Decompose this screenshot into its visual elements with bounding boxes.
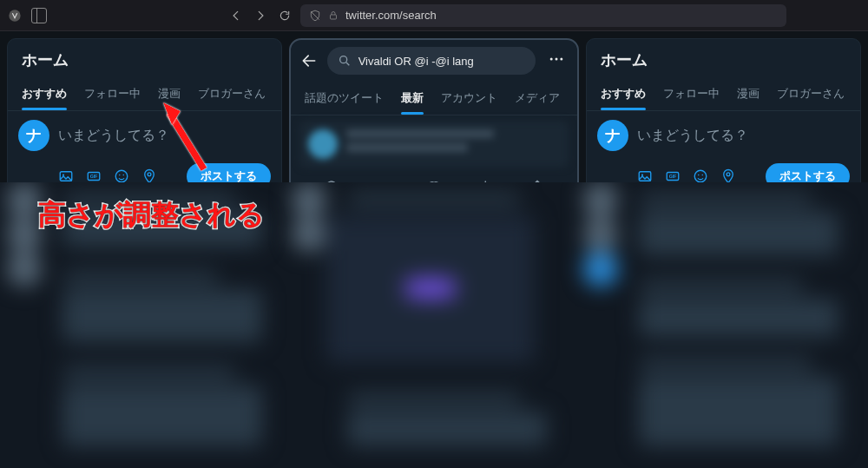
compose-box[interactable]: ナ いまどうしてる？ (587, 111, 860, 160)
home-panel-left: ホーム おすすめ フォロー中 漫画 ブロガーさん ナ いまどうしてる？ GIF … (7, 38, 282, 207)
compose-placeholder: いまどうしてる？ (58, 127, 169, 145)
tab-bloggers[interactable]: ブロガーさん (189, 77, 274, 110)
search-panel: Vivaldi OR @i -@i lang 話題のツイート 最新 アカウント … (289, 38, 580, 207)
address-bar[interactable]: twitter.com/search (300, 4, 786, 27)
tweet-result[interactable] (299, 121, 569, 168)
search-header: Vivaldi OR @i -@i lang (291, 40, 578, 82)
browser-titlebar: twitter.com/search (0, 0, 868, 31)
tab-manga[interactable]: 漫画 (728, 77, 768, 110)
more-options-icon[interactable] (544, 50, 569, 71)
svg-point-12 (556, 58, 558, 61)
tracker-shield-icon (309, 10, 321, 22)
page-title: ホーム (587, 39, 860, 77)
vivaldi-app-icon (7, 8, 23, 23)
lock-icon (328, 10, 339, 21)
tab-following[interactable]: フォロー中 (76, 77, 149, 110)
search-icon (338, 54, 352, 68)
panel-toggle-icon[interactable] (31, 8, 47, 23)
search-query-text: Vivaldi OR @i -@i lang (358, 55, 474, 68)
tab-accounts[interactable]: アカウント (432, 82, 506, 115)
search-input[interactable]: Vivaldi OR @i -@i lang (327, 47, 536, 75)
tweet-body (346, 129, 561, 159)
svg-point-10 (339, 56, 346, 63)
svg-point-21 (727, 173, 730, 176)
tab-following[interactable]: フォロー中 (654, 77, 728, 110)
home-tabs: おすすめ フォロー中 漫画 ブロガーさん (587, 77, 860, 111)
svg-point-6 (115, 170, 128, 182)
nav-back-button[interactable] (229, 9, 243, 23)
address-bar-url: twitter.com/search (345, 9, 437, 22)
tab-top-tweets[interactable]: 話題のツイート (296, 82, 392, 115)
page-title: ホーム (8, 39, 281, 77)
svg-text:GIF: GIF (669, 174, 678, 179)
svg-point-11 (550, 58, 553, 61)
svg-point-8 (123, 175, 125, 176)
search-tabs: 話題のツイート 最新 アカウント メディア (291, 82, 578, 115)
svg-text:GIF: GIF (90, 174, 99, 179)
compose-box[interactable]: ナ いまどうしてる？ (8, 111, 281, 160)
svg-point-19 (698, 175, 700, 176)
tab-manga[interactable]: 漫画 (149, 77, 189, 110)
svg-point-9 (148, 173, 151, 176)
tweet-avatar (308, 129, 338, 159)
tab-media[interactable]: メディア (506, 82, 569, 115)
avatar[interactable]: ナ (18, 120, 49, 151)
svg-point-0 (9, 10, 20, 21)
nav-reload-button[interactable] (278, 9, 292, 23)
annotation-text: 高さが調整される (38, 196, 265, 234)
avatar[interactable]: ナ (597, 120, 628, 151)
nav-forward-button[interactable] (253, 9, 267, 23)
tab-latest[interactable]: 最新 (392, 82, 432, 115)
tab-recommended[interactable]: おすすめ (13, 77, 76, 110)
svg-point-13 (561, 58, 563, 61)
home-tabs: おすすめ フォロー中 漫画 ブロガーさん (8, 77, 281, 111)
tab-bloggers[interactable]: ブロガーさん (768, 77, 853, 110)
svg-point-7 (119, 175, 121, 176)
svg-point-18 (695, 170, 707, 182)
svg-point-20 (702, 175, 704, 176)
tab-recommended[interactable]: おすすめ (592, 77, 654, 110)
svg-rect-1 (331, 15, 337, 19)
home-panel-right: ホーム おすすめ フォロー中 漫画 ブロガーさん ナ いまどうしてる？ GIF … (586, 38, 861, 207)
compose-placeholder: いまどうしてる？ (637, 127, 748, 145)
back-arrow-icon[interactable] (299, 51, 319, 70)
